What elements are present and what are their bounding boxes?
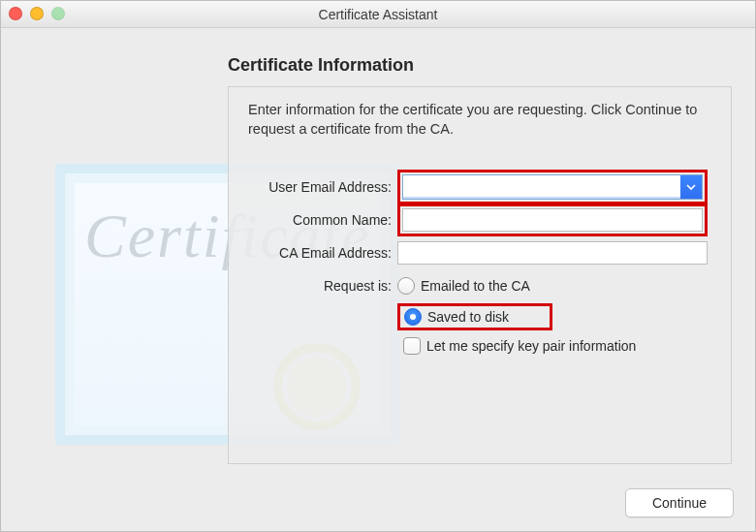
content: Certificate Certificate Information Ente… <box>1 28 755 532</box>
user-email-field[interactable] <box>402 174 703 200</box>
specify-keypair-checkbox[interactable] <box>403 337 421 355</box>
saved-to-disk-highlight: Saved to disk <box>397 303 552 330</box>
common-name-label: Common Name: <box>238 212 397 228</box>
ca-email-label: CA Email Address: <box>238 245 397 261</box>
window: Certificate Assistant Certificate Certif… <box>0 0 756 532</box>
zoom-icon <box>51 7 65 20</box>
form-panel: Enter information for the certificate yo… <box>228 86 732 464</box>
traffic-lights <box>9 7 65 20</box>
specify-keypair-label[interactable]: Let me specify key pair information <box>426 338 636 354</box>
certificate-form: User Email Address: Com <box>238 171 721 355</box>
user-email-label: User Email Address: <box>238 179 397 195</box>
close-icon[interactable] <box>9 7 22 20</box>
radio-saved[interactable] <box>404 308 422 326</box>
continue-button[interactable]: Continue <box>625 488 734 517</box>
instructions: Enter information for the certificate yo… <box>248 101 711 139</box>
titlebar: Certificate Assistant <box>1 1 755 28</box>
common-name-field[interactable] <box>402 208 703 232</box>
radio-emailed-label[interactable]: Emailed to the CA <box>421 278 530 294</box>
request-is-label: Request is: <box>238 278 397 294</box>
user-email-input[interactable] <box>403 175 680 197</box>
ca-email-field[interactable] <box>397 241 708 265</box>
radio-emailed[interactable] <box>397 277 415 295</box>
window-title: Certificate Assistant <box>319 7 438 22</box>
page-title: Certificate Information <box>228 55 414 76</box>
chevron-down-icon[interactable] <box>680 175 702 199</box>
user-email-highlight <box>397 170 708 204</box>
minimize-icon[interactable] <box>30 7 44 20</box>
radio-saved-label[interactable]: Saved to disk <box>427 309 509 325</box>
common-name-highlight <box>397 203 708 236</box>
